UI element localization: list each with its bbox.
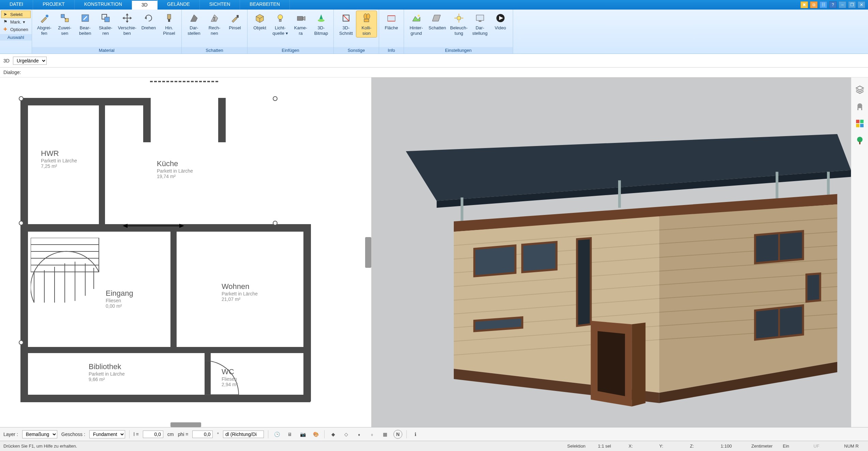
grid-icon[interactable]: ▦	[380, 430, 389, 439]
verschieben-button[interactable]: Verschie-ben	[116, 11, 138, 37]
drehen-icon	[143, 12, 154, 24]
svg-point-36	[418, 15, 420, 17]
schnitt3d-button[interactable]: 3D-Schnitt	[336, 11, 356, 37]
zuweisen-button[interactable]: Zuwei-sen	[55, 11, 75, 37]
ribbon-group-material: Abgrei-fenZuwei-senBear-beitenSkalie-ren…	[32, 10, 182, 54]
ribbon: ➤Selekt ⚑Mark. ▾ ✚Optionen Auswahl Abgre…	[0, 10, 868, 54]
monitor-icon[interactable]: 🖥	[285, 430, 294, 439]
abgreifen-icon	[39, 12, 50, 24]
objekt-button[interactable]: Objekt	[250, 11, 270, 32]
svg-marker-92	[522, 242, 556, 272]
kollision-button[interactable]: Kolli-sion	[356, 11, 377, 37]
optionen-button[interactable]: ✚Optionen	[1, 26, 30, 33]
richtung-input[interactable]	[223, 431, 264, 438]
darstellung-button[interactable]: Dar-stellung	[470, 11, 490, 37]
room-label-wc: WCFliesen2,94 m²	[222, 367, 238, 387]
svg-marker-91	[474, 245, 515, 276]
hintergrund-button[interactable]: Hinter-grund	[406, 11, 426, 37]
beleuchtung-button[interactable]: Beleuch-tung	[448, 11, 469, 37]
layerstack2-icon[interactable]: ◇	[342, 430, 350, 439]
view3d-pane[interactable]	[372, 77, 851, 427]
rechnen-icon: Σ	[209, 12, 220, 24]
lichtquelle-button[interactable]: Licht-quelle ▾	[270, 11, 290, 37]
tools-icon[interactable]: ✖	[800, 1, 808, 8]
mark-button[interactable]: ⚑Mark. ▾	[1, 18, 30, 25]
geschoss-select[interactable]: Fundament	[89, 430, 125, 438]
layers-icon[interactable]	[855, 84, 865, 94]
help-icon[interactable]: ?	[829, 1, 837, 8]
tile-icon[interactable]: ☷	[820, 1, 827, 8]
menu-projekt[interactable]: PROJEKT	[33, 0, 75, 10]
restore-icon[interactable]: ❐	[848, 1, 856, 8]
north-icon[interactable]: N	[393, 430, 402, 439]
schnitt3d-icon	[340, 12, 352, 24]
svg-rect-109	[856, 124, 859, 127]
bitmap3d-button[interactable]: 3D-Bitmap	[311, 11, 331, 37]
menu-konstruktion[interactable]: KONSTRUKTION	[75, 0, 132, 10]
chair-icon[interactable]	[855, 101, 865, 112]
svg-marker-37	[432, 15, 440, 21]
svg-rect-110	[860, 124, 864, 127]
svg-marker-97	[806, 274, 820, 302]
status-x: X:	[629, 443, 649, 449]
menu-gelaende[interactable]: GELÄNDE	[158, 0, 200, 10]
bearbeiten-button[interactable]: Bear-beiten	[75, 11, 95, 37]
phi-input[interactable]	[192, 431, 213, 438]
rechnen-button[interactable]: ΣRech-nen	[204, 11, 225, 37]
camera-icon[interactable]: 📷	[298, 430, 307, 439]
tree-icon[interactable]	[855, 135, 865, 146]
status-unit: Zentimeter	[751, 443, 773, 449]
clock-icon[interactable]: 🕒	[272, 430, 281, 439]
ribbon-group-schatten: Dar-stellenΣRech-nenPinsel Schatten	[182, 10, 248, 54]
schatten2-button[interactable]: Schatten	[426, 11, 448, 32]
drehen-button[interactable]: Drehen	[138, 11, 159, 32]
svg-line-28	[343, 15, 349, 21]
palette-icon[interactable]	[855, 118, 865, 129]
layerstack1-icon[interactable]: ◆	[329, 430, 338, 439]
pinsel-button[interactable]: Pinsel	[225, 11, 245, 32]
vertical-scroll-indicator[interactable]	[365, 237, 371, 268]
floorplan-pane[interactable]: HWRParkett in Lärche7,25 m²KücheParkett …	[0, 77, 372, 427]
selekt-button[interactable]: ➤Selekt	[1, 11, 30, 18]
darstellen-button[interactable]: Dar-stellen	[184, 11, 204, 37]
layerstack3-icon[interactable]: ⬧	[355, 430, 363, 439]
stack-icon[interactable]: ⧉	[810, 1, 818, 8]
abgreifen-button[interactable]: Abgrei-fen	[34, 11, 55, 37]
lichtquelle-icon	[274, 12, 286, 24]
terrain-select[interactable]: Urgelände	[13, 57, 47, 65]
l-input[interactable]	[143, 431, 163, 438]
menu-sichten[interactable]: SICHTEN	[200, 0, 240, 10]
layer-select[interactable]: Bemaßung	[22, 430, 57, 438]
horizontal-scroll-indicator[interactable]	[170, 422, 201, 427]
kamera-button[interactable]: Kame-ra	[290, 11, 311, 37]
svg-marker-35	[413, 16, 420, 21]
svg-rect-11	[167, 14, 171, 19]
hinpinsel-button[interactable]: Hin.Pinsel	[159, 11, 179, 37]
ribbon-group-sonstige: 3D-SchnittKolli-sion Sonstige	[334, 10, 379, 54]
svg-rect-23	[297, 16, 303, 20]
svg-marker-8	[122, 17, 124, 19]
menu-bearbeiten[interactable]: BEARBEITEN	[240, 0, 290, 10]
minimize-icon[interactable]: –	[839, 1, 846, 8]
svg-rect-66	[776, 172, 778, 199]
flaeche-button[interactable]: Fläche	[381, 11, 402, 32]
room-label-küche: KücheParkett in Lärche19,74 m²	[157, 159, 193, 179]
pinsel-icon	[229, 12, 241, 24]
darstellen-icon	[188, 12, 200, 24]
video-button[interactable]: Video	[490, 11, 511, 32]
svg-rect-16	[237, 15, 239, 18]
menu-datei[interactable]: DATEI	[0, 0, 33, 10]
svg-text:Σ: Σ	[213, 17, 215, 21]
info-icon[interactable]: ℹ	[411, 430, 420, 439]
cube-colored-icon[interactable]: 🎨	[311, 430, 320, 439]
layerstack4-icon[interactable]: ⬨	[368, 430, 376, 439]
close-icon[interactable]: ✕	[858, 1, 865, 8]
menubar: DATEI PROJEKT KONSTRUKTION 3D GELÄNDE SI…	[0, 0, 868, 10]
svg-marker-60	[123, 224, 128, 228]
geschoss-label: Geschoss :	[61, 432, 85, 437]
menu-3d[interactable]: 3D	[132, 0, 158, 10]
l-label: l =	[134, 432, 139, 437]
svg-point-25	[318, 19, 325, 22]
skalieren-button[interactable]: Skalie-ren	[95, 11, 116, 37]
group-label-info: Info	[379, 47, 404, 54]
